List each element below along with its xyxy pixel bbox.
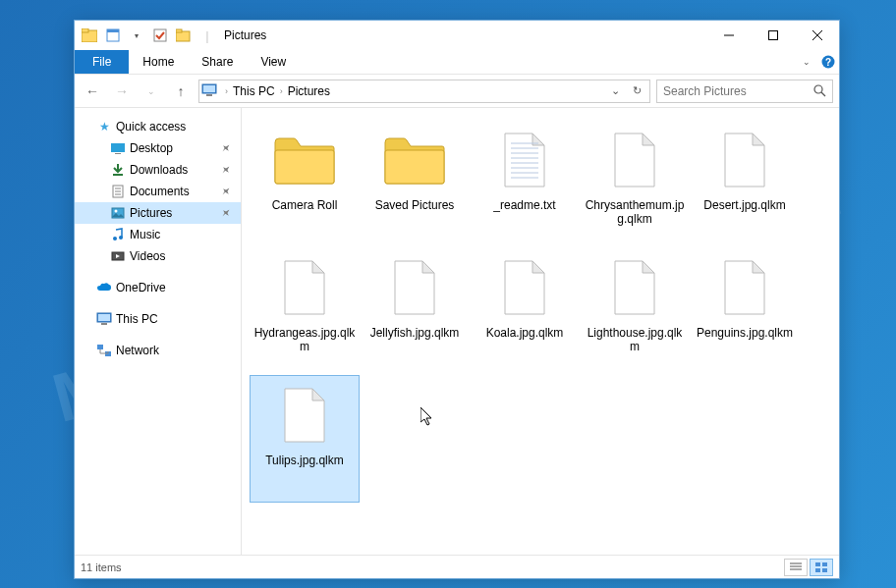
maximize-button[interactable]	[751, 21, 795, 50]
svg-rect-49	[815, 562, 820, 566]
qat-newfolder-icon[interactable]	[173, 25, 195, 46]
file-item[interactable]: Lighthouse.jpg.qlkm	[580, 247, 690, 375]
file-icon	[490, 253, 559, 322]
sidebar-network[interactable]: Network	[75, 340, 241, 361]
ribbon-expand-icon[interactable]: ⌄	[796, 50, 817, 74]
thispc-icon	[201, 83, 219, 99]
videos-icon	[110, 250, 126, 262]
back-button[interactable]: ←	[81, 80, 104, 103]
file-icon	[710, 253, 779, 322]
sidebar-item-music[interactable]: Music	[75, 224, 241, 245]
sidebar-item-videos[interactable]: Videos	[75, 245, 241, 267]
monitor-icon	[96, 312, 112, 326]
refresh-icon[interactable]: ↻	[626, 84, 647, 97]
sidebar-label: OneDrive	[116, 281, 166, 294]
details-view-button[interactable]	[784, 559, 808, 576]
file-icon	[600, 126, 669, 194]
qat-separator: |	[196, 25, 218, 46]
sidebar-item-label: Videos	[130, 249, 165, 263]
file-item[interactable]: Desert.jpg.qlkm	[690, 120, 800, 247]
sidebar-item-pictures[interactable]: Pictures	[75, 202, 241, 224]
sidebar-item-downloads[interactable]: Downloads	[75, 159, 241, 181]
sidebar-item-label: Downloads	[130, 163, 188, 177]
tab-view[interactable]: View	[247, 50, 300, 74]
tab-share[interactable]: Share	[188, 50, 247, 74]
svg-rect-50	[822, 562, 827, 566]
item-label: Desert.jpg.qlkm	[703, 198, 785, 212]
sidebar-item-desktop[interactable]: Desktop	[75, 137, 241, 159]
sidebar-item-documents[interactable]: Documents	[75, 181, 241, 202]
breadcrumb-thispc[interactable]: This PC	[230, 84, 278, 98]
file-item[interactable]: Tulips.jpg.qlkm	[250, 375, 360, 503]
sidebar-item-label: Pictures	[130, 206, 172, 220]
file-item[interactable]: Chrysanthemum.jpg.qlkm	[580, 120, 690, 247]
svg-point-16	[814, 85, 822, 93]
svg-rect-3	[107, 29, 119, 32]
file-icon	[270, 253, 339, 322]
svg-rect-4	[154, 29, 166, 41]
explorer-app-icon	[79, 25, 100, 46]
status-item-count: 11 items	[81, 561, 122, 573]
tab-home[interactable]: Home	[129, 50, 188, 74]
file-item[interactable]: Jellyfish.jpg.qlkm	[360, 247, 470, 375]
sidebar-label: Quick access	[116, 120, 186, 134]
svg-rect-14	[203, 85, 215, 92]
search-input[interactable]	[663, 84, 813, 98]
sidebar-item-label: Documents	[130, 185, 190, 198]
file-icon	[270, 381, 339, 450]
qat-properties-icon[interactable]	[102, 25, 124, 46]
forward-button[interactable]: →	[110, 80, 134, 103]
qat-dropdown-icon[interactable]: ▾	[126, 25, 147, 46]
minimize-button[interactable]	[706, 21, 751, 50]
music-icon	[110, 228, 126, 241]
item-label: Koala.jpg.qlkm	[486, 326, 564, 340]
item-label: Hydrangeas.jpg.qlkm	[253, 326, 356, 353]
item-label: Lighthouse.jpg.qlkm	[584, 326, 686, 353]
up-button[interactable]: ↑	[169, 80, 193, 103]
sidebar-item-label: Desktop	[130, 141, 173, 155]
help-icon[interactable]: ?	[817, 50, 839, 74]
file-tab[interactable]: File	[75, 50, 129, 74]
pin-icon	[219, 141, 233, 155]
star-icon: ★	[96, 120, 112, 134]
file-icon	[710, 126, 779, 194]
file-icon	[380, 253, 449, 322]
chevron-right-icon[interactable]: ›	[223, 86, 230, 96]
desktop-icon	[110, 142, 126, 154]
icons-view-button[interactable]	[810, 559, 833, 576]
svg-point-26	[115, 210, 118, 213]
address-bar[interactable]: › This PC › Pictures ⌄ ↻	[198, 80, 650, 103]
recent-dropdown-icon[interactable]: ⌄	[140, 80, 163, 103]
file-item[interactable]: Koala.jpg.qlkm	[470, 247, 580, 375]
sidebar-label: Network	[116, 344, 159, 357]
folder-item[interactable]: Camera Roll	[250, 120, 360, 247]
sidebar-item-label: Music	[130, 228, 160, 241]
file-item[interactable]: Hydrangeas.jpg.qlkm	[250, 247, 360, 375]
item-label: _readme.txt	[493, 198, 555, 212]
file-icon	[600, 253, 669, 322]
folder-icon	[270, 126, 339, 194]
chevron-right-icon[interactable]: ›	[278, 86, 285, 96]
svg-rect-1	[82, 28, 88, 32]
sidebar-onedrive[interactable]: OneDrive	[75, 277, 241, 298]
qat-checkbox-icon[interactable]	[149, 25, 171, 46]
folder-item[interactable]: Saved Pictures	[360, 120, 470, 247]
navigation-bar: ← → ⌄ ↑ › This PC › Pictures ⌄ ↻	[75, 75, 839, 108]
search-icon[interactable]	[813, 84, 826, 97]
search-box[interactable]	[656, 80, 833, 103]
pin-icon	[219, 163, 233, 177]
status-bar: 11 items	[75, 555, 839, 578]
close-button[interactable]	[795, 21, 839, 50]
sidebar-thispc[interactable]: This PC	[75, 308, 241, 330]
svg-text:?: ?	[825, 57, 831, 68]
address-dropdown-icon[interactable]: ⌄	[604, 84, 626, 97]
documents-icon	[110, 185, 126, 198]
network-icon	[96, 344, 112, 357]
file-item[interactable]: Penguins.jpg.qlkm	[690, 247, 800, 375]
svg-rect-33	[97, 345, 103, 349]
svg-point-27	[113, 237, 117, 241]
file-list[interactable]: Camera RollSaved Pictures_readme.txtChry…	[242, 108, 839, 555]
sidebar-quick-access[interactable]: ★ Quick access	[75, 116, 241, 137]
breadcrumb-pictures[interactable]: Pictures	[285, 84, 333, 98]
file-item[interactable]: _readme.txt	[470, 120, 580, 247]
